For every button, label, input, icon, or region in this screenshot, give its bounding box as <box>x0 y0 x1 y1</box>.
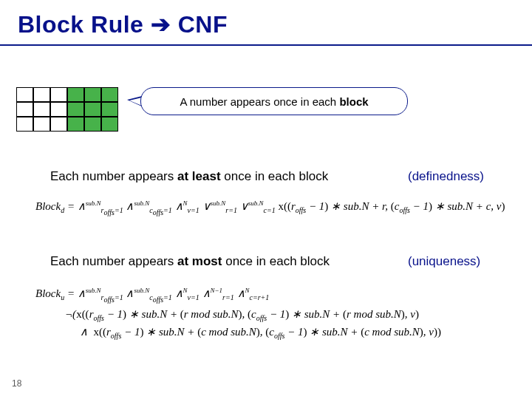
bubble-tail-icon <box>127 96 142 106</box>
title-left: Block Rule <box>18 11 143 38</box>
slide-title: Block Rule ➔ CNF <box>18 10 228 38</box>
tag-uniqueness: (uniqueness) <box>408 254 480 269</box>
statement-definedness: Each number appears at least once in eac… <box>50 169 328 184</box>
tag-definedness: (definedness) <box>408 169 484 184</box>
title-right: CNF <box>178 11 228 38</box>
page-number: 18 <box>12 378 21 389</box>
title-underline <box>0 44 532 46</box>
formula-definedness: Blockd = ∧sub.Nroffs=1 ∧sub.Ncoffs=1 ∧Nv… <box>35 198 505 219</box>
block-grid <box>16 87 118 132</box>
bubble-text: A number appears once in each block <box>180 95 368 108</box>
formula-uniqueness: Blocku = ∧sub.Nroffs=1 ∧sub.Ncoffs=1 ∧Nv… <box>35 285 441 342</box>
statement-uniqueness: Each number appears at most once in each… <box>50 254 330 269</box>
rule-bubble: A number appears once in each block <box>140 87 408 115</box>
arrow-icon: ➔ <box>151 11 178 38</box>
